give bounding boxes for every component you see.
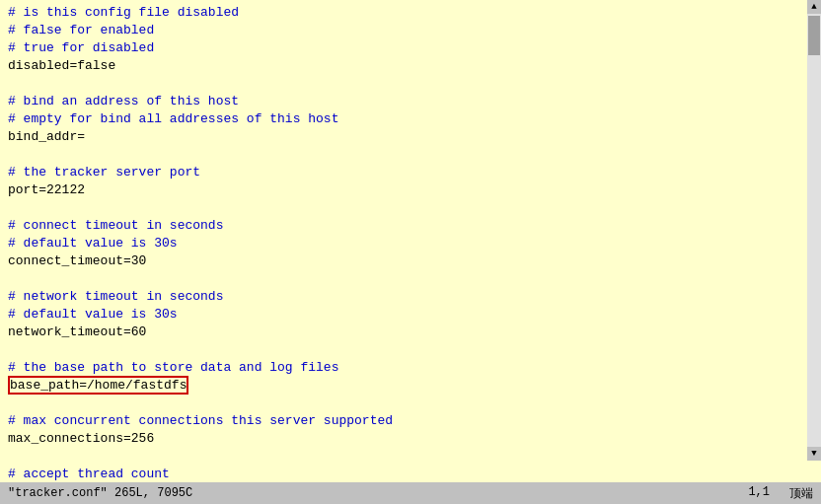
line-17: # network timeout in seconds [8, 288, 795, 306]
line-text: network_timeout=60 [8, 324, 146, 339]
line-21: # the base path to store data and log fi… [8, 359, 795, 377]
line-11: port=22122 [8, 181, 795, 199]
line-text: # empty for bind all addresses of this h… [8, 111, 338, 126]
line-13: # connect timeout in seconds [8, 217, 795, 235]
line-text: # bind an address of this host [8, 94, 239, 108]
scroll-down-button[interactable]: ▼ [807, 447, 821, 461]
line-text: disabled=false [8, 58, 115, 73]
status-right: 1,1 顶端 [748, 485, 813, 502]
line-26 [8, 448, 795, 466]
code-area: # is this config file disabled # false f… [8, 4, 813, 482]
line-text: # is this config file disabled [8, 5, 239, 20]
line-25: max_connections=256 [8, 430, 795, 448]
scroll-up-button[interactable]: ▲ [807, 0, 821, 14]
line-text: # the base path to store data and log fi… [8, 360, 338, 375]
editor-content[interactable]: # is this config file disabled # false f… [0, 0, 821, 482]
line-12 [8, 199, 795, 217]
line-6: # bind an address of this host [8, 93, 795, 110]
line-text: # max concurrent connections this server… [8, 413, 393, 428]
line-text: # accept thread count [8, 467, 170, 481]
line-text: # false for enabled [8, 23, 154, 37]
line-7: # empty for bind all addresses of this h… [8, 110, 795, 128]
line-2: # false for enabled [8, 22, 795, 39]
line-text: max_connections=256 [8, 431, 154, 446]
status-location: 顶端 [789, 485, 813, 502]
line-5 [8, 75, 795, 93]
line-1: # is this config file disabled [8, 4, 795, 22]
line-8: bind_addr= [8, 128, 795, 146]
line-23 [8, 395, 795, 412]
line-24: # max concurrent connections this server… [8, 412, 795, 430]
line-22: base_path=/home/fastdfs [8, 377, 795, 395]
status-bar: "tracker.conf" 265L, 7095C 1,1 顶端 [0, 482, 821, 504]
status-position: 1,1 [748, 485, 770, 502]
line-text: # connect timeout in seconds [8, 218, 223, 233]
line-text: bind_addr= [8, 129, 85, 144]
scrollbar[interactable]: ▲ ▼ [807, 0, 821, 461]
line-14: # default value is 30s [8, 235, 795, 252]
line-text: port=22122 [8, 182, 85, 197]
line-18: # default value is 30s [8, 306, 795, 324]
line-10: # the tracker server port [8, 164, 795, 181]
line-text: # the tracker server port [8, 165, 200, 180]
line-27: # accept thread count [8, 466, 795, 482]
line-4: disabled=false [8, 57, 795, 75]
line-20 [8, 341, 795, 359]
status-file-label: "tracker.conf" 265L, 7095C [8, 486, 192, 500]
line-19: network_timeout=60 [8, 324, 795, 341]
line-15: connect_timeout=30 [8, 252, 795, 270]
line-9 [8, 146, 795, 164]
line-text: # true for disabled [8, 40, 154, 55]
line-text: # default value is 30s [8, 307, 178, 322]
scroll-thumb[interactable] [808, 16, 820, 55]
editor-container: # is this config file disabled # false f… [0, 0, 821, 504]
line-text: # default value is 30s [8, 236, 178, 251]
line-16 [8, 270, 795, 288]
highlighted-value: base_path=/home/fastdfs [8, 376, 188, 395]
line-text: # network timeout in seconds [8, 289, 223, 304]
line-3: # true for disabled [8, 39, 795, 57]
line-text: connect_timeout=30 [8, 253, 146, 268]
status-filename: "tracker.conf" 265L, 7095C [8, 486, 748, 500]
